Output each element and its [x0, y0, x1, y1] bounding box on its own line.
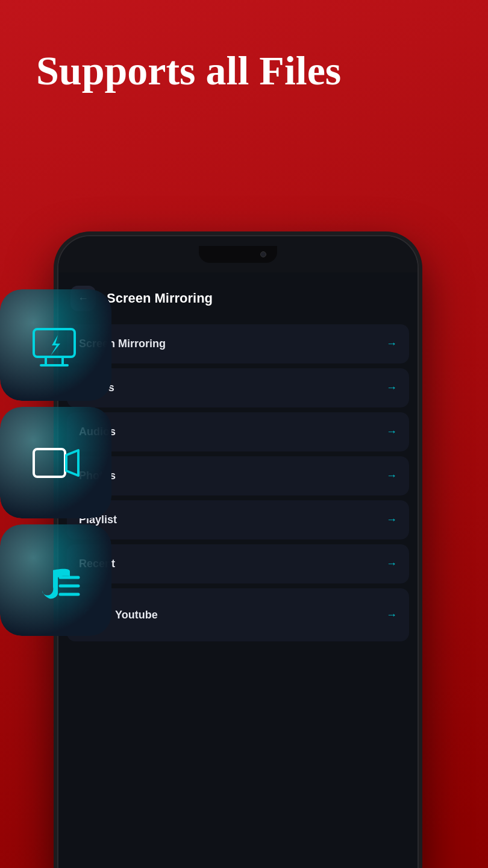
- video-camera-icon: [29, 436, 83, 490]
- arrow-icon-photos: →: [386, 470, 397, 482]
- music-playlist-icon: [29, 553, 83, 608]
- svg-rect-4: [34, 449, 65, 477]
- phone-notch-bar: [58, 236, 418, 272]
- arrow-icon-playlist: →: [386, 514, 397, 526]
- menu-item-recent[interactable]: Recent →: [67, 544, 409, 583]
- menu-list: Screen Mirroring → Videos → Audios →: [58, 324, 418, 645]
- menu-item-youtube[interactable]: Youtube →: [67, 588, 409, 641]
- camera-dot: [260, 251, 266, 257]
- notch: [199, 246, 277, 263]
- app-header: ← Screen Mirroring: [58, 272, 418, 324]
- float-icon-tv: [0, 289, 111, 401]
- menu-item-photos[interactable]: Photos →: [67, 456, 409, 495]
- float-icon-music: [0, 524, 111, 636]
- float-icon-video: [0, 407, 111, 518]
- arrow-icon-recent: →: [386, 558, 397, 570]
- menu-item-screen-mirroring[interactable]: Screen Mirroring →: [67, 324, 409, 363]
- arrow-icon-videos: →: [386, 382, 397, 394]
- headline: Supports all Files: [36, 48, 452, 93]
- arrow-icon-youtube: →: [386, 609, 397, 621]
- arrow-icon-screen-mirroring: →: [386, 338, 397, 350]
- menu-item-playlist[interactable]: Playlist →: [67, 500, 409, 539]
- menu-item-audios[interactable]: Audios →: [67, 412, 409, 451]
- app-title: Screen Mirroring: [107, 291, 213, 306]
- screen-content: ← Screen Mirroring Screen Mirroring → Vi…: [58, 272, 418, 868]
- menu-item-videos[interactable]: Videos →: [67, 368, 409, 407]
- tv-screen-icon: [29, 318, 83, 373]
- float-icons-container: [0, 289, 111, 636]
- menu-label-youtube: Youtube: [115, 609, 158, 621]
- phone-frame: ← Screen Mirroring Screen Mirroring → Vi…: [57, 235, 419, 868]
- arrow-icon-audios: →: [386, 426, 397, 438]
